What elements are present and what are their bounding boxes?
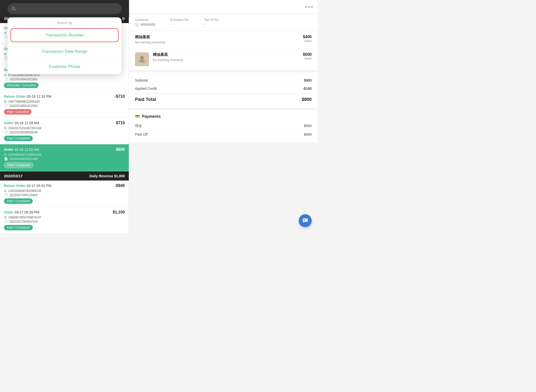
order-amount: $710 <box>116 121 125 125</box>
paid-total-label: Paid Total <box>135 97 156 102</box>
date-header-2: 2022/03/17 Daily Revenue $1,850 <box>0 171 129 181</box>
transaction-icon: ⊙ <box>4 215 7 219</box>
status-badge: Paid / Completed <box>4 225 33 230</box>
transaction-detail: Customer ℹ E-invoice No. - Tax ID No. - … <box>129 14 318 233</box>
list-item[interactable]: Order 03-17 05:39 PM $1,100 ⊙ 1666067955… <box>0 207 129 233</box>
order-type: Return Order <box>4 94 26 98</box>
order-amount: $1,100 <box>113 210 125 214</box>
paid-total-row: Paid Total $800 <box>135 94 312 104</box>
payment-cash-value: $800 <box>304 124 312 128</box>
payment-paidoff-label: Paid Off <box>135 132 147 136</box>
einvoice-col: E-invoice No. - <box>170 18 189 27</box>
product-info: 精油基底 No tracking inventory <box>153 52 299 62</box>
transaction-icon: ⊙ <box>4 100 7 103</box>
tax-id-label: Tax ID No. <box>204 18 219 22</box>
chat-button[interactable] <box>299 214 312 227</box>
search-input-bar[interactable] <box>7 3 122 14</box>
svg-point-4 <box>141 56 143 59</box>
transaction-icon: ⊙ <box>4 153 7 156</box>
tax-id-value: - <box>204 23 219 27</box>
product-item: 精油基底 No tracking inventory $500 $650 <box>129 48 318 70</box>
svg-rect-10 <box>303 220 305 221</box>
payments-icon: 💳 <box>135 114 140 119</box>
product-sub: No tracking inventory <box>135 40 299 44</box>
product-price: $500 <box>303 52 312 57</box>
search-bar-area <box>0 0 129 17</box>
order-time: 03-17 05:39 PM <box>15 210 39 214</box>
product-sub: No tracking inventory <box>153 58 299 62</box>
order-time: 03-18 11:52 AM <box>15 148 39 151</box>
svg-marker-8 <box>303 222 305 223</box>
transaction-icon: ⊙ <box>4 52 7 56</box>
order-time: 03-18 12:16 PM <box>27 94 52 98</box>
payments-title: 💳 Payments <box>135 114 312 119</box>
einvoice-value: - <box>170 23 189 27</box>
product-info: 精油基底 No tracking inventory <box>135 35 299 44</box>
transaction-number: 10359964697139584128 <box>8 153 41 156</box>
subtotal-row: Subtotal $900 <box>135 76 312 85</box>
ref-number: 20220317095115806 <box>9 193 37 197</box>
order-summary: Subtotal $900 Applied Credit -$100 Paid … <box>129 72 318 108</box>
search-by-title: Search by <box>7 17 122 26</box>
ref-icon: 📄 <box>4 220 8 223</box>
search-option-date-range[interactable]: Transaction Date Range <box>7 44 122 59</box>
tax-id-col: Tax ID No. - <box>204 18 219 27</box>
ref-number: 20220318041623362 <box>9 78 37 81</box>
transaction-icon: ⊙ <box>4 73 7 77</box>
search-option-customer-phone[interactable]: Customer Phone <box>7 59 122 74</box>
applied-credit-label: Applied Credit <box>135 87 157 90</box>
customer-col: Customer ℹ <box>135 18 155 27</box>
paid-total-value: $800 <box>302 97 312 102</box>
customer-bar <box>140 23 155 26</box>
order-amount: $800 <box>116 147 125 152</box>
search-option-transaction-number[interactable]: Transaction Number <box>10 28 119 42</box>
revenue-label-2: Daily Revenue $1,850 <box>90 174 125 178</box>
transaction-icon: ⊙ <box>4 126 7 130</box>
einvoice-label: E-invoice No. <box>170 18 189 22</box>
subtotal-value: $900 <box>304 78 312 82</box>
list-item[interactable]: Return Order 03-17 05:51 PM -$945 ⊙ 1342… <box>0 181 129 207</box>
order-time: 03-17 05:51 PM <box>27 184 52 188</box>
list-item[interactable]: Return Order 03-18 12:16 PM -$710 ⊙ 2467… <box>0 91 129 118</box>
payment-row-paidoff: Paid Off $800 <box>135 130 312 138</box>
customer-info: ℹ <box>135 23 155 27</box>
applied-credit-row: Applied Credit -$100 <box>135 85 312 93</box>
order-amount: -$945 <box>115 183 125 188</box>
payments-label: Payments <box>142 114 161 119</box>
status-badge: Paid / Completed <box>4 162 33 168</box>
status-badge: Paid / Cancelled <box>4 109 32 115</box>
list-item[interactable]: Order 03-18 11:52 AM $800 ⊙ 103599646971… <box>0 144 129 171</box>
order-time: 03-18 11:59 AM <box>15 121 39 125</box>
list-item[interactable]: Order 03-18 11:59 AM $710 ⊙ 155343702104… <box>0 118 129 144</box>
order-type: Order <box>4 210 13 214</box>
ref-icon: 📄 <box>4 77 8 81</box>
status-badge: Paid / Completed <box>4 136 33 141</box>
status-badge: Refunded / Cancelled <box>4 83 38 88</box>
ref-icon: 📄 <box>4 193 8 197</box>
product-price: $400 <box>303 35 312 39</box>
payment-paidoff-value: $800 <box>304 132 312 136</box>
product-list: 精油基底 No tracking inventory $400 $450 <box>129 31 318 70</box>
product-original-price: $650 <box>303 57 312 60</box>
customer-label: Customer <box>135 18 155 22</box>
product-price-col: $500 $650 <box>303 52 312 60</box>
transaction-icon: ⊙ <box>4 189 7 193</box>
payment-cash-label: 現金 <box>135 124 142 128</box>
product-price-col: $400 $450 <box>303 35 312 43</box>
date-label-2: 2022/03/17 <box>4 174 23 178</box>
ref-number: 20220318035935546 <box>9 131 37 134</box>
payment-row-cash: 現金 $800 <box>135 122 312 130</box>
ref-number: 20220318041623362 <box>9 104 37 108</box>
product-original-price: $450 <box>303 39 312 43</box>
applied-credit-value: -$100 <box>303 87 312 90</box>
ref-icon: 📄 <box>4 157 8 161</box>
search-dropdown-menu: Search by Transaction Number Transaction… <box>7 17 122 74</box>
transaction-number: 15534370210467202184 <box>8 126 41 130</box>
product-name: 精油基底 <box>135 35 299 39</box>
product-name: 精油基底 <box>153 52 299 57</box>
svg-line-6 <box>14 9 16 11</box>
status-badge: Paid / Completed <box>4 198 33 204</box>
svg-rect-7 <box>303 218 308 222</box>
subtotal-label: Subtotal <box>135 78 148 82</box>
order-amount: -$710 <box>115 94 125 99</box>
